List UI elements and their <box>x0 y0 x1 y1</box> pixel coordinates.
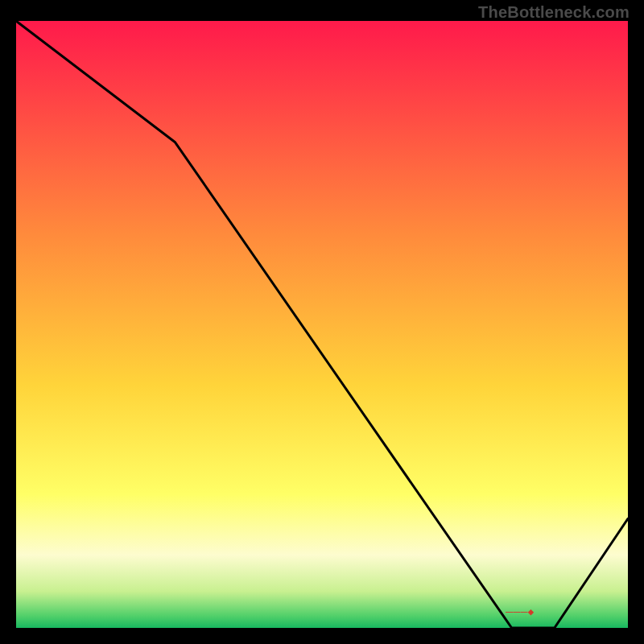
chart-frame: TheBottleneck.com ———◆ <box>0 0 644 644</box>
optimal-marker: ———◆ <box>506 608 534 616</box>
gradient-background <box>16 21 628 628</box>
watermark-label: TheBottleneck.com <box>478 3 630 22</box>
plot-area: ———◆ <box>16 21 628 628</box>
plot-svg <box>16 21 628 628</box>
